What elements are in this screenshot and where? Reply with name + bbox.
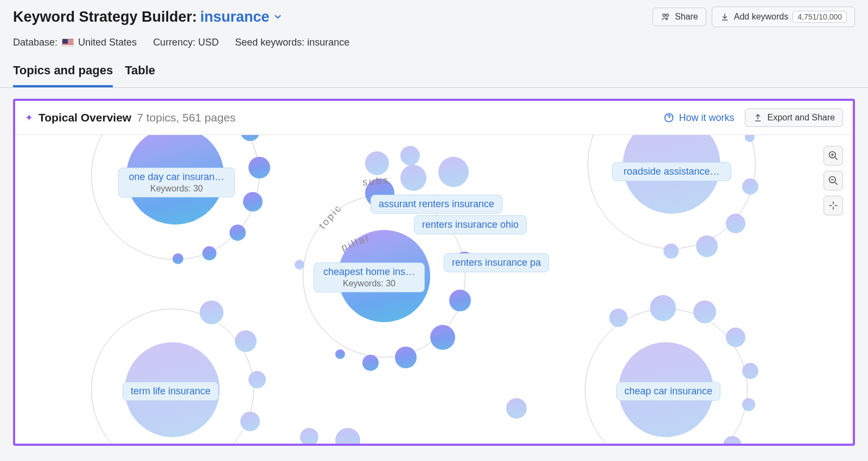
cluster-sub: Keywords: 30 [126,184,227,194]
sub-ohio[interactable]: renters insurance ohio [414,215,527,234]
page-title: Keyword Strategy Builder: [13,9,197,25]
cluster-label: term life insurance [131,386,210,396]
tabs: Topics and pages Table [0,48,868,88]
add-keywords-label: Add keywords [734,12,789,22]
meta-currency: Currency: USD [153,37,219,48]
zoom-in-icon [828,150,839,161]
meta-row: Database: United States Currency: USD Se… [13,27,855,48]
add-keywords-button[interactable]: Add keywords 4,751/10,000 [712,7,855,27]
cluster-label: one day car insuran… [129,171,224,182]
tab-topics-and-pages[interactable]: Topics and pages [13,63,113,87]
svg-point-0 [663,14,666,17]
cluster-label: renters insurance pa [452,257,541,268]
keyword-dropdown[interactable]: insurance [200,9,283,25]
sparkle-icon: ✦ [25,112,33,124]
sub-pa[interactable]: renters insurance pa [444,253,549,272]
cluster-sub: Keywords: 30 [322,279,417,289]
cluster-label: cheap car insurance [624,386,712,396]
sub-assurant[interactable]: assurant renters insurance [371,195,502,214]
export-share-button[interactable]: Export and Share [745,108,843,127]
annotation-subs: subs [362,175,390,188]
us-flag-icon [62,39,74,47]
meta-database: Database: United States [13,37,137,48]
upload-icon [753,113,763,123]
share-label: Share [675,12,698,22]
export-share-label: Export and Share [767,113,835,123]
cluster-label: cheapest home ins… [323,266,415,277]
download-icon [720,12,730,22]
svg-point-1 [666,14,669,17]
cluster-label: renters insurance ohio [422,219,519,230]
keyword-dropdown-label: insurance [200,9,270,25]
cluster-center[interactable]: cheapest home ins… Keywords: 30 [314,262,425,292]
meta-database-label: Database: [13,37,58,48]
chevron-down-icon [273,12,283,22]
cluster-top-right[interactable]: roadside assistance… [612,162,731,181]
tab-table[interactable]: Table [125,63,155,87]
help-icon [663,112,674,123]
fit-button[interactable] [824,196,843,215]
zoom-out-button[interactable] [824,171,843,190]
crosshair-icon [828,200,839,211]
zoom-in-button[interactable] [824,146,843,165]
share-button[interactable]: Share [653,8,706,26]
keyword-count-badge: 4,751/10,000 [793,11,847,23]
cluster-bottom-right[interactable]: cheap car insurance [616,382,720,401]
cluster-bottom-left[interactable]: term life insurance [123,382,219,401]
panel-title: Topical Overview [39,111,131,124]
topical-overview-panel: ✦ Topical Overview 7 topics, 561 pages H… [13,99,855,446]
annotation-topic: topic [317,202,344,231]
panel-summary: 7 topics, 561 pages [137,111,235,124]
cluster-label: assurant renters insurance [379,199,494,209]
meta-seed: Seed keywords: insurance [235,37,349,48]
share-icon [661,12,671,22]
zoom-out-icon [828,175,839,186]
cluster-canvas[interactable]: one day car insuran… Keywords: 30 cheape… [15,135,853,446]
cluster-top-left[interactable]: one day car insuran… Keywords: 30 [118,168,235,197]
cluster-label: roadside assistance… [623,166,719,177]
meta-database-value: United States [78,37,137,48]
how-it-works-label: How it works [679,112,734,124]
how-it-works-link[interactable]: How it works [663,112,734,124]
